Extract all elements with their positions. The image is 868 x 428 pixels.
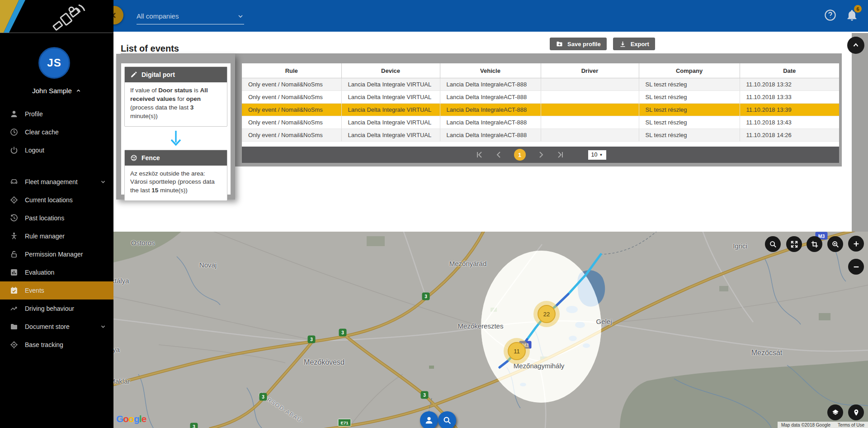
table-cell: Lancia Delta Integrale VIRTUAL [341,116,440,129]
table-row[interactable]: Only event / Nomail&NoSmsLancia Delta In… [242,78,839,91]
lock-icon [9,250,19,259]
road-badge-3: 3 [190,423,198,428]
avatar[interactable]: JS [38,47,70,79]
help-icon [824,9,837,22]
my-location-button[interactable] [848,404,864,420]
company-select-value: All companies [137,12,179,20]
column-header[interactable]: Rule [242,63,341,78]
sidebar-item-label: Document store [25,323,70,330]
zoom-area-icon [831,240,840,248]
table-cell: 11.10.2018 13:32 [740,78,839,91]
sidebar-item-driving-behaviour[interactable]: Driving behaviour [0,300,113,318]
column-header[interactable]: Vehicle [440,63,541,78]
table-row[interactable]: Only event / Nomail&NoSmsLancia Delta In… [242,104,839,116]
save-profile-button[interactable]: Save profile [550,38,607,50]
table-cell: Lancia Delta IntegraleACT-888 [440,78,541,91]
google-logo: Google [116,414,146,424]
driver-locator-button[interactable] [420,411,438,428]
sidebar-item-past-locations[interactable]: Past locations [0,209,113,227]
folder-plus-icon [556,40,563,48]
current-page-indicator[interactable]: 1 [514,149,526,161]
chevron-up-icon [852,41,860,49]
rule-card-fence[interactable]: Fence Az eszköz outside the area: Városi… [124,150,227,201]
map-markers: 2211 [113,232,868,428]
notifications-button[interactable]: 6 [845,9,859,22]
table-cell: Only event / Nomail&NoSms [242,91,341,104]
calendar-check-icon [9,286,19,295]
search-icon [442,415,452,425]
help-button[interactable] [824,9,837,22]
scroll-to-top-button[interactable] [847,37,864,54]
column-header[interactable]: Date [740,63,839,78]
last-page-button[interactable] [557,151,565,159]
sidebar-item-profile[interactable]: Profile [0,105,113,123]
sidebar-item-rule-manager[interactable]: Rule manager [0,227,113,245]
previous-page-button[interactable] [495,151,503,159]
map-search-button[interactable] [765,236,781,252]
notification-badge: 6 [854,5,862,13]
sidebar-item-evaluation[interactable]: Evaluation [0,263,113,281]
sidebar-item-clear-cache[interactable]: Clear cache [0,123,113,141]
table-cell [541,129,639,142]
map-town-label: tálya [113,346,120,353]
road-badge-3: 3 [339,329,347,337]
map-zoom-out-button[interactable] [848,259,864,275]
sidebar-item-permission-manager[interactable]: Permission Manager [0,245,113,263]
table-cell: SL teszt részleg [639,116,740,129]
table-row[interactable]: Only event / Nomail&NoSmsLancia Delta In… [242,116,839,129]
sidebar-item-document-store[interactable]: Document store [0,318,113,336]
map-find-button[interactable] [438,411,456,428]
map-area-select-button[interactable] [807,236,822,252]
location-pin-icon [852,409,860,417]
layers-icon [831,409,840,417]
pencil-icon [130,71,137,78]
terms-of-use-link[interactable]: Terms of Use [838,423,864,428]
chevron-up-icon [75,88,81,94]
table-row[interactable]: Only event / Nomail&NoSmsLancia Delta In… [242,129,839,142]
table-cell: Lancia Delta IntegraleACT-888 [440,104,541,116]
marker-count: 11 [508,342,526,360]
map-town-label: Mezőkeresztes [458,322,504,330]
sidebar-item-base-tracking[interactable]: Base tracking [0,336,113,354]
table-cell: Only event / Nomail&NoSms [242,116,341,129]
table-cell: SL teszt részleg [639,91,740,104]
sidebar-main-menu: Fleet managementCurrent locationsPast lo… [0,173,113,354]
table-cell: Lancia Delta IntegraleACT-888 [440,116,541,129]
trend-icon [9,304,19,313]
sidebar-item-logout[interactable]: Logout [0,141,113,159]
export-button[interactable]: Export [613,38,655,50]
rule-card-digital-port[interactable]: Digital port If value of Door status is … [124,67,227,127]
map-canvas[interactable]: OstorosNovajMezőnyárádMezőkeresztesMezők… [113,232,868,428]
map-zoom-in-button[interactable] [848,236,864,252]
event-cluster-marker[interactable]: 11 [504,338,530,364]
map-fullscreen-button[interactable] [786,236,802,252]
column-header[interactable]: Device [341,63,440,78]
column-header[interactable]: Driver [541,63,639,78]
sidebar-item-label: Past locations [25,214,64,222]
map-town-label: Novaj [199,261,217,269]
table-cell: Only event / Nomail&NoSms [242,78,341,91]
map-layers-button[interactable] [827,404,843,420]
company-select[interactable]: All companies [137,12,244,24]
column-header[interactable]: Company [639,63,740,78]
road-badge-3: 3 [422,293,430,300]
chevron-down-icon [237,13,244,20]
sidebar-item-events[interactable]: Events [0,281,113,300]
minus-icon [852,263,860,271]
map-attribution: Map data ©2018 Google [781,423,830,428]
scrollbar-track[interactable] [852,33,868,232]
events-table-card: RuleDeviceVehicleDriverCompanyDate Only … [242,63,839,162]
table-cell: SL teszt részleg [639,129,740,142]
event-cluster-marker[interactable]: 22 [533,301,560,327]
plus-icon [852,240,860,248]
table-row[interactable]: Only event / Nomail&NoSmsLancia Delta In… [242,91,839,104]
map-zoom-area-button[interactable] [827,236,843,252]
sidebar-item-fleet-management[interactable]: Fleet management [0,173,113,191]
map-town-label: Gelej [596,318,612,325]
next-page-button[interactable] [537,151,545,159]
table-cell: Lancia Delta Integrale VIRTUAL [341,78,440,91]
sidebar-item-current-locations[interactable]: Current locations [0,191,113,209]
page-size-select[interactable]: 10 ▼ [588,150,606,160]
user-menu[interactable]: John Sample [0,87,113,95]
first-page-button[interactable] [475,151,483,159]
